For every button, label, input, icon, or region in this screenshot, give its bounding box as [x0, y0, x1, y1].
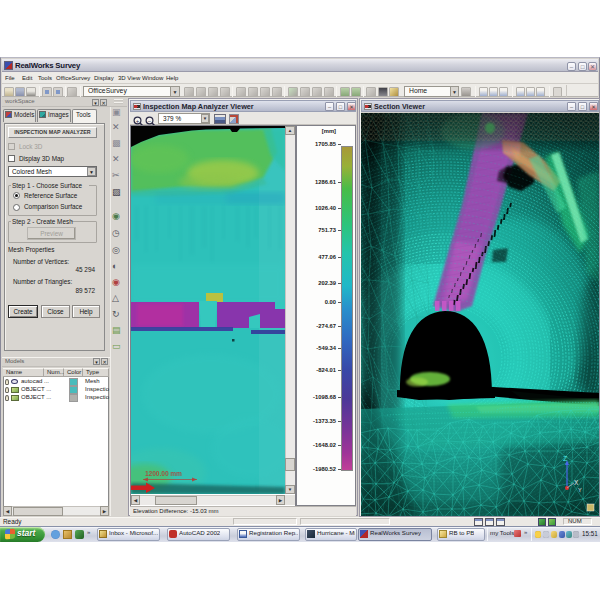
svg-text:Y: Y [578, 487, 582, 493]
svg-text:+: + [136, 118, 140, 124]
svg-text:Z: Z [563, 455, 568, 462]
svg-text:X: X [574, 479, 579, 486]
svg-text:1200.00 mm: 1200.00 mm [145, 470, 182, 477]
svg-text:−: − [148, 118, 152, 124]
